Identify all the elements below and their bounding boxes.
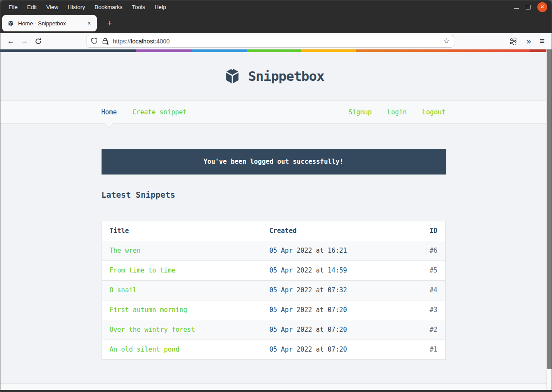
snippet-created: 05 Apr 2022 at 07:32 <box>262 281 411 300</box>
flash-message: You've been logged out successfully! <box>102 149 446 175</box>
snippet-title-link[interactable]: Over the wintry forest <box>110 326 195 334</box>
column-header-created: Created <box>262 221 411 241</box>
window-bottom-edge <box>0 390 552 392</box>
snippet-title-link[interactable]: The wren <box>110 247 141 254</box>
table-row: The wren05 Apr 2022 at 16:21#6 <box>102 241 445 261</box>
column-header-title: Title <box>102 221 262 241</box>
table-row: Over the wintry forest05 Apr 2022 at 07:… <box>102 320 445 340</box>
nav-link-signup[interactable]: Signup <box>348 108 372 116</box>
header-row: TitleCreatedID <box>102 221 445 241</box>
table-row: From time to time05 Apr 2022 at 14:59#5 <box>102 261 445 281</box>
menu-bar: FileEditViewHistoryBookmarksToolsHelp ✕ <box>0 0 552 13</box>
page-viewport: Snippetbox HomeCreate snippet SignupLogi… <box>0 52 552 392</box>
snippet-id: #3 <box>411 300 445 320</box>
snippet-title-link[interactable]: From time to time <box>110 266 176 274</box>
snippet-title-link[interactable]: O snail <box>110 286 137 294</box>
snippets-table-body: The wren05 Apr 2022 at 16:21#6From time … <box>102 241 445 360</box>
site-header: Snippetbox <box>0 52 546 100</box>
menubar-item-bookmarks[interactable]: Bookmarks <box>90 2 127 12</box>
toolbar-right-icons: » ≡ <box>509 36 548 46</box>
vertical-scrollbar[interactable] <box>546 49 552 390</box>
hamburger-menu-icon[interactable]: ≡ <box>540 36 545 46</box>
site-nav: HomeCreate snippet SignupLoginLogout <box>0 100 546 124</box>
tab-close-icon[interactable]: ✕ <box>84 19 94 28</box>
snippetbox-logo-cube-icon <box>223 67 242 85</box>
url-port: :4000 <box>154 38 170 45</box>
snippets-table: TitleCreatedID The wren05 Apr 2022 at 16… <box>102 221 446 360</box>
browser-window: FileEditViewHistoryBookmarksToolsHelp ✕ … <box>0 0 552 392</box>
lock-warning-icon[interactable] <box>102 37 109 45</box>
nav-link-home[interactable]: Home <box>102 108 117 116</box>
snippet-id: #4 <box>411 281 445 300</box>
maximize-button[interactable] <box>526 5 530 9</box>
menubar-item-file[interactable]: File <box>4 2 22 12</box>
screenshot-scissors-icon[interactable] <box>509 37 518 46</box>
snippet-id: #6 <box>411 241 445 261</box>
window-controls: ✕ <box>514 2 552 12</box>
tab-title: Home - Snippetbox <box>18 20 80 27</box>
snippet-title-link[interactable]: An old silent pond <box>110 346 180 353</box>
snippets-table-head: TitleCreatedID <box>102 221 445 241</box>
snippet-created: 05 Apr 2022 at 07:20 <box>262 340 411 360</box>
menubar-item-edit[interactable]: Edit <box>22 2 41 12</box>
nav-link-create-snippet[interactable]: Create snippet <box>133 108 187 116</box>
menubar-item-tools[interactable]: Tools <box>127 2 150 12</box>
url-text[interactable]: https://localhost:4000 <box>113 38 439 45</box>
new-tab-button[interactable]: + <box>104 18 116 28</box>
menubar-item-view[interactable]: View <box>41 2 63 12</box>
overflow-chevrons-icon[interactable]: » <box>527 37 531 46</box>
tab-home-snippetbox[interactable]: Home - Snippetbox ✕ <box>2 15 97 31</box>
brand-home-link[interactable]: Snippetbox <box>223 67 324 85</box>
reload-icon[interactable] <box>31 35 45 48</box>
snippet-id: #2 <box>411 320 445 340</box>
snippet-created: 05 Apr 2022 at 16:21 <box>262 241 411 261</box>
menubar-item-help[interactable]: Help <box>150 2 171 12</box>
active-nav-caret <box>104 119 113 128</box>
snippet-created: 05 Apr 2022 at 07:20 <box>262 300 411 320</box>
page-title: Latest Snippets <box>102 190 446 199</box>
snippet-created: 05 Apr 2022 at 07:20 <box>262 320 411 340</box>
url-host: localhost <box>131 38 154 45</box>
url-bar[interactable]: https://localhost:4000 ☆ <box>86 35 454 48</box>
snippet-id: #5 <box>411 261 445 281</box>
favicon-snippetbox-cube-icon <box>7 20 14 27</box>
shield-icon[interactable] <box>91 37 98 45</box>
tab-bar: Home - Snippetbox ✕ + <box>0 13 552 33</box>
snippet-created: 05 Apr 2022 at 14:59 <box>262 261 411 281</box>
nav-left-links: HomeCreate snippet <box>102 108 203 116</box>
table-row: First autumn morning05 Apr 2022 at 07:20… <box>102 300 445 320</box>
brand-title: Snippetbox <box>248 68 324 84</box>
minimize-button[interactable] <box>514 8 519 9</box>
bookmark-star-icon[interactable]: ☆ <box>443 37 450 46</box>
nav-link-logout[interactable]: Logout <box>422 108 445 116</box>
close-button[interactable]: ✕ <box>537 2 547 12</box>
menubar-item-history[interactable]: History <box>63 2 89 12</box>
nav-link-login[interactable]: Login <box>387 108 407 116</box>
snippet-id: #1 <box>411 340 445 360</box>
scrollbar-thumb[interactable] <box>547 49 552 369</box>
table-row: O snail05 Apr 2022 at 07:32#4 <box>102 281 445 300</box>
table-row: An old silent pond05 Apr 2022 at 07:20#1 <box>102 340 445 360</box>
forward-icon: → <box>18 35 31 48</box>
url-scheme: https:// <box>113 38 131 45</box>
navigation-toolbar: ← → https://localhost:4000 ☆ <box>0 33 552 49</box>
snippet-title-link[interactable]: First autumn morning <box>110 306 188 314</box>
back-icon[interactable]: ← <box>4 35 18 48</box>
site-footer <box>0 383 552 390</box>
column-header-id: ID <box>411 221 445 241</box>
nav-right-links: SignupLoginLogout <box>333 108 446 116</box>
menubar-items: FileEditViewHistoryBookmarksToolsHelp <box>4 2 171 12</box>
